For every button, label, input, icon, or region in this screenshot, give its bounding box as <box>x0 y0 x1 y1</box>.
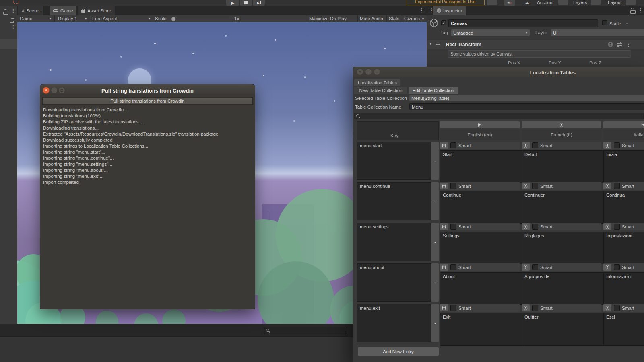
play-button[interactable]: ▶ <box>226 0 239 6</box>
foldout-icon[interactable]: ▼ <box>429 42 432 46</box>
smart-checkbox[interactable] <box>532 224 538 230</box>
tab-game[interactable]: Game <box>50 6 76 15</box>
scale-slider-knob[interactable] <box>171 17 175 21</box>
key-cell[interactable]: menu.start <box>357 142 431 180</box>
remove-entry-button[interactable]: - <box>431 182 439 220</box>
tab-localization-tables[interactable]: Localization Tables <box>354 79 400 86</box>
translation-field[interactable]: Continue <box>440 191 525 224</box>
panel-menu-icon[interactable]: ⋮ <box>11 8 16 13</box>
smart-checkbox[interactable] <box>614 305 620 311</box>
smart-checkbox[interactable] <box>450 305 456 311</box>
entry-metadata-button[interactable] <box>603 304 611 311</box>
experimental-packages-badge[interactable]: Experimental Packages In Use <box>406 0 485 5</box>
layers-dropdown-box[interactable] <box>591 0 601 5</box>
scale-slider[interactable] <box>172 19 231 19</box>
smart-checkbox[interactable] <box>450 142 456 148</box>
remove-entry-button[interactable]: - <box>431 223 439 261</box>
entry-metadata-button[interactable] <box>522 223 530 230</box>
column-settings-button[interactable] <box>522 121 601 128</box>
remove-entry-button[interactable]: - <box>431 142 439 180</box>
dialog-titlebar[interactable]: × − ▢ Pull string translations from Crow… <box>40 84 255 96</box>
entry-metadata-button[interactable] <box>522 304 530 311</box>
smart-checkbox[interactable] <box>532 264 538 270</box>
new-table-collection-button[interactable]: New Table Collection <box>354 87 407 94</box>
lock-icon[interactable] <box>3 9 8 14</box>
maximize-on-play-toggle[interactable]: Maximize On Play <box>309 16 347 21</box>
entry-metadata-button[interactable] <box>440 304 448 311</box>
collab-button[interactable]: ✳× <box>504 0 515 6</box>
entry-metadata-button[interactable] <box>603 264 611 271</box>
display-target-dropdown[interactable]: Game <box>20 16 32 21</box>
translation-field[interactable]: Inizia <box>603 150 644 183</box>
translation-field[interactable]: Début <box>522 150 607 183</box>
maximize-button[interactable]: ▢ <box>374 68 380 75</box>
snap-tool-icon[interactable] <box>13 0 19 4</box>
active-checkbox[interactable]: ✓ <box>441 20 446 25</box>
smart-checkbox[interactable] <box>532 183 538 189</box>
lock-icon[interactable] <box>630 8 635 13</box>
presets-icon[interactable] <box>617 43 622 47</box>
entry-metadata-button[interactable] <box>440 264 448 271</box>
smart-checkbox[interactable] <box>532 305 538 311</box>
component-menu-icon[interactable]: ⋮ <box>626 42 631 47</box>
smart-checkbox[interactable] <box>614 183 620 189</box>
translation-field[interactable]: Start <box>440 150 525 183</box>
translation-field[interactable]: Continuer <box>522 191 607 224</box>
smart-checkbox[interactable] <box>614 224 620 230</box>
object-name-field[interactable]: Canvas <box>448 19 598 27</box>
step-button[interactable]: ▶ <box>253 0 265 6</box>
translation-field[interactable]: Esci <box>603 313 644 346</box>
column-header-english[interactable]: English (en) <box>440 130 520 140</box>
aspect-dropdown[interactable]: Free Aspect <box>92 16 117 21</box>
key-cell[interactable]: menu.about <box>357 263 431 302</box>
translation-field[interactable]: Exit <box>440 313 525 346</box>
column-settings-button[interactable] <box>440 121 520 128</box>
column-settings-button[interactable] <box>603 121 644 128</box>
smart-checkbox[interactable] <box>614 142 620 148</box>
collection-name-field[interactable]: Menu <box>409 103 644 110</box>
remove-entry-button[interactable]: - <box>431 263 439 302</box>
tab-asset-store[interactable]: Asset Store <box>78 6 115 15</box>
layers-dropdown[interactable]: Layers <box>573 0 587 5</box>
component-header[interactable]: ▼ Rect Transform ? ⋮ <box>427 40 644 49</box>
remove-entry-button[interactable]: - <box>431 304 439 342</box>
entry-metadata-button[interactable] <box>440 223 448 230</box>
layer-dropdown[interactable]: UI ▾ <box>551 29 644 36</box>
smart-checkbox[interactable] <box>450 224 456 230</box>
entry-metadata-button[interactable] <box>522 183 530 189</box>
toolbar-button[interactable] <box>487 0 497 5</box>
translation-field[interactable]: Informazioni <box>603 272 644 305</box>
add-new-entry-button[interactable]: Add New Entry <box>358 347 439 356</box>
panel-menu-icon[interactable]: ⋮ <box>638 8 643 13</box>
entry-metadata-button[interactable] <box>603 223 611 230</box>
close-button[interactable]: × <box>357 68 363 75</box>
mute-audio-toggle[interactable]: Mute Audio <box>360 16 383 21</box>
key-column-header[interactable]: Key <box>357 121 439 140</box>
entry-metadata-button[interactable] <box>522 142 530 149</box>
entry-metadata-button[interactable] <box>522 264 530 271</box>
key-cell[interactable]: menu.settings <box>357 223 431 261</box>
popout-icon[interactable] <box>10 18 14 23</box>
help-icon[interactable]: ? <box>608 42 613 47</box>
gizmos-dropdown[interactable]: Gizmos <box>404 16 420 21</box>
layout-dropdown-box[interactable] <box>626 0 636 5</box>
cloud-button[interactable]: ☁ <box>521 0 533 6</box>
smart-checkbox[interactable] <box>450 183 456 189</box>
layout-dropdown[interactable]: Layout <box>608 0 622 5</box>
entry-metadata-button[interactable] <box>440 142 448 149</box>
table-search-input[interactable] <box>354 113 644 119</box>
entry-metadata-button[interactable] <box>603 183 611 189</box>
smart-checkbox[interactable] <box>614 264 620 270</box>
translation-field[interactable]: Continua <box>603 191 644 224</box>
key-cell[interactable]: menu.continue <box>357 182 431 220</box>
entry-metadata-button[interactable] <box>440 183 448 189</box>
pull-translations-button[interactable]: Pull string translations from Crowdin <box>42 97 253 105</box>
translation-field[interactable]: Impostazioni <box>603 232 644 264</box>
collapsed-panel-block[interactable] <box>0 39 17 49</box>
smart-checkbox[interactable] <box>532 142 538 148</box>
panel-menu-icon[interactable]: ⋮ <box>11 25 16 29</box>
display-dropdown[interactable]: Display 1 <box>58 16 77 21</box>
search-input[interactable] <box>264 327 347 334</box>
static-checkbox[interactable] <box>602 20 607 25</box>
translation-field[interactable]: About <box>440 272 525 305</box>
